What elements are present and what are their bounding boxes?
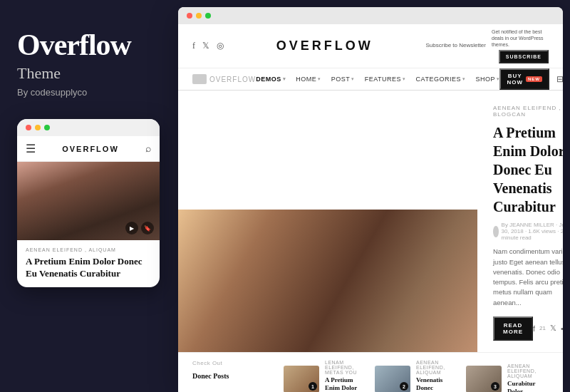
thumb-info-2: AENEAN ELEIFEND,ALIQUAM Venenatis Donec … (416, 360, 457, 392)
desktop-top-bar: f 𝕏 ◎ OVERFLOW Subscribe to Newsletter G… (178, 24, 563, 68)
desktop-top-right: Subscribe to Newsletter Get notified of … (426, 29, 549, 63)
browser-dot-green (205, 13, 211, 19)
subscribe-text: Subscribe to Newsletter (426, 42, 486, 49)
mobile-header: ☰ OVERFLOW ⌕ (17, 136, 160, 162)
mobile-menu-icon[interactable]: ☰ (26, 142, 36, 155)
notif-text: Get notified of the best deals in our Wo… (492, 29, 549, 48)
bottom-thumbnails: Check Out Donec Posts 1 LENAM ELEIFEND,M… (178, 352, 563, 392)
chevron-icon: ▾ (318, 76, 321, 82)
dot-red (26, 125, 31, 130)
mobile-hero-overlay: ▶ 🔖 (125, 222, 154, 234)
browser-dot-red (187, 13, 192, 19)
browser-dot-yellow (196, 13, 202, 19)
hero-section: AENEAN ELEIFEND , BLOGCAN A Pretium Enim… (178, 91, 563, 352)
buy-now-badge: NEW (526, 76, 542, 82)
nav-item-features[interactable]: FEATURES ▾ (365, 76, 406, 83)
chevron-icon: ▾ (283, 76, 286, 82)
mobile-titlebar (17, 119, 160, 136)
nav-right-icons: ⊟ ⌕ (556, 74, 563, 85)
left-panel: Overflow Theme By codesupplyco ☰ OVERFLO… (0, 0, 178, 392)
theme-subtitle: Theme (17, 64, 161, 83)
share-dots-icon[interactable]: ••• (561, 324, 563, 333)
theme-by: By codesupplyco (17, 87, 161, 98)
mobile-site-title: OVERFLOW (62, 145, 119, 153)
calendar-icon[interactable]: ⊟ (556, 74, 563, 85)
browser-titlebar (178, 7, 563, 24)
nav-items: DEMOS ▾ HOME ▾ POST ▾ FEATURES ▾ CATEGOR… (256, 76, 499, 83)
thumb-image-1: 1 (284, 366, 319, 392)
right-panel: f 𝕏 ◎ OVERFLOW Subscribe to Newsletter G… (178, 7, 563, 392)
thumb-checkout-label: Check Out (192, 360, 222, 366)
nav-item-post[interactable]: POST ▾ (331, 76, 355, 83)
instagram-icon[interactable]: ◎ (217, 41, 224, 51)
nav-logo-small: OVERFLOW (192, 74, 256, 84)
hero-author-line: By JEANNE MILLER · June 30, 2018 · 1.6K … (493, 222, 563, 241)
theme-title: Overflow (17, 29, 161, 61)
social-icons: f 𝕏 ◎ (192, 41, 224, 51)
thumb-info-3: AENEAN ELEIFEND,ALIQUAM Curabitur Dolor (507, 363, 549, 392)
desktop-site-logo: OVERFLOW (276, 38, 373, 53)
thumb-number-3: 3 (491, 382, 499, 391)
chevron-icon: ▾ (403, 76, 406, 82)
desktop-nav: OVERFLOW DEMOS ▾ HOME ▾ POST ▾ FEATURES … (178, 68, 563, 91)
thumb-item-2: 2 AENEAN ELEIFEND,ALIQUAM Venenatis Done… (375, 360, 457, 392)
hero-share: f 21 𝕏 ••• 11 (533, 324, 563, 333)
mobile-hero-image: ▶ 🔖 (17, 162, 160, 240)
hero-excerpt: Nam condimentum varius justo Eget aenean… (493, 247, 563, 308)
thumb-checkout-title: Donec Posts (192, 372, 229, 380)
mobile-bookmark-button[interactable]: 🔖 (141, 222, 154, 234)
thumb-image-3: 3 (466, 366, 502, 392)
hero-image (178, 210, 477, 352)
desktop-content: AENEAN ELEIFEND , BLOGCAN A Pretium Enim… (178, 91, 563, 392)
thumb-item-checkout: Check Out Donec Posts (192, 360, 275, 392)
hero-title: A Pretium Enim Dolor Donec Eu Venenatis … (493, 123, 563, 216)
thumb-category-3: AENEAN ELEIFEND,ALIQUAM (507, 363, 549, 378)
subscribe-button[interactable]: SUBSCRIBE (499, 50, 549, 63)
mobile-category: AENEAN ELEIFEND , ALIQUAM (26, 247, 151, 252)
thumb-title-2: Venenatis Donec Curabitur (416, 376, 457, 392)
mobile-preview: ☰ OVERFLOW ⌕ ▶ 🔖 AENEAN ELEIFEND , ALIQU… (17, 119, 160, 287)
nav-item-demos[interactable]: DEMOS ▾ (256, 76, 286, 83)
thumb-item-3: 3 AENEAN ELEIFEND,ALIQUAM Curabitur Dolo… (466, 360, 549, 392)
hero-actions: READ MORE f 21 𝕏 ••• 11 (493, 316, 563, 341)
nav-item-home[interactable]: HOME ▾ (296, 76, 321, 83)
mobile-play-button[interactable]: ▶ (125, 222, 138, 234)
buy-now-button[interactable]: BUY NOW NEW (499, 68, 549, 90)
thumb-category-2: AENEAN ELEIFEND,ALIQUAM (416, 360, 457, 375)
thumb-category-1: LENAM ELEIFEND,METAS YOU (325, 360, 366, 375)
facebook-share-icon[interactable]: f (533, 324, 535, 333)
twitter-share-icon[interactable]: 𝕏 (550, 324, 556, 333)
author-avatar (493, 226, 499, 237)
chevron-icon: ▾ (351, 76, 355, 82)
logo-icon (192, 74, 207, 84)
thumb-number-1: 1 (309, 382, 317, 391)
dot-yellow (35, 125, 41, 130)
thumb-item-1: 1 LENAM ELEIFEND,METAS YOU A Pretium Eni… (284, 360, 366, 392)
chevron-icon: ▾ (462, 76, 466, 82)
mobile-search-icon[interactable]: ⌕ (145, 143, 151, 155)
thumb-image-2: 2 (375, 366, 410, 392)
dot-green (44, 125, 50, 130)
hero-meta-category: AENEAN ELEIFEND , BLOGCAN (493, 105, 563, 118)
facebook-icon[interactable]: f (192, 41, 195, 51)
mobile-article-title: A Pretium Enim Dolor Donec Eu Venenatis … (26, 256, 151, 280)
thumb-info-1: LENAM ELEIFEND,METAS YOU A Pretium Enim … (325, 360, 366, 392)
read-more-button[interactable]: READ MORE (493, 316, 533, 341)
thumb-number-2: 2 (400, 382, 408, 391)
mobile-content: AENEAN ELEIFEND , ALIQUAM A Pretium Enim… (17, 240, 160, 287)
nav-item-categories[interactable]: CATEGORIES ▾ (416, 76, 466, 83)
thumb-title-1: A Pretium Enim Dolor Donec (325, 376, 366, 392)
nav-item-shop[interactable]: SHOP ▾ (475, 76, 499, 83)
thumb-title-3: Curabitur Dolor (507, 380, 549, 392)
twitter-icon[interactable]: 𝕏 (202, 41, 209, 51)
hero-card: AENEAN ELEIFEND , BLOGCAN A Pretium Enim… (477, 91, 563, 352)
